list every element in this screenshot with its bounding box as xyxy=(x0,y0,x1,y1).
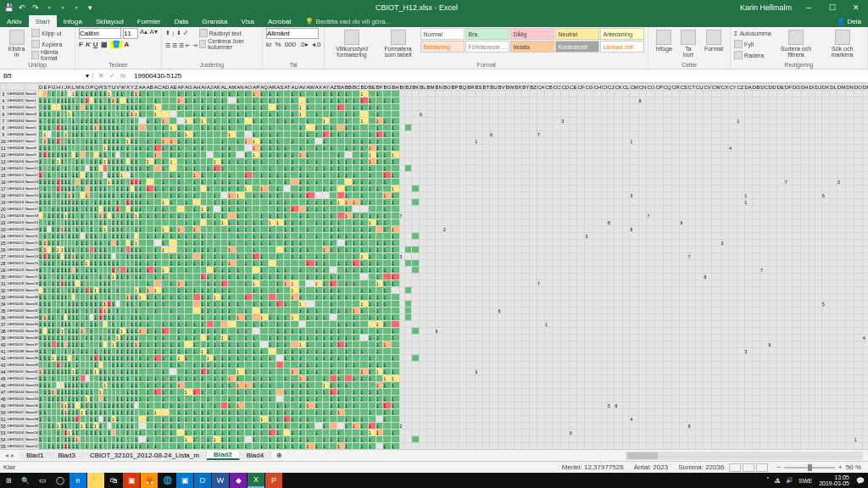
bold-button[interactable]: F xyxy=(79,41,83,48)
border-button[interactable]: ▦ xyxy=(101,41,108,48)
align-middle-icon[interactable]: ↕ xyxy=(172,30,175,36)
horizontal-scrollbar[interactable] xyxy=(626,452,863,460)
cell-style[interactable]: Dålig xyxy=(510,28,554,40)
view-layout-icon[interactable] xyxy=(743,463,754,472)
align-bottom-icon[interactable]: ⬇ xyxy=(176,30,181,36)
find-select-button[interactable]: Sök och markera xyxy=(821,28,864,59)
maximize-icon[interactable]: ☐ xyxy=(821,3,844,12)
comma-button[interactable]: 000 xyxy=(285,41,296,48)
format-painter-button[interactable]: Hämta format xyxy=(31,50,71,60)
name-box[interactable]: B5▾ xyxy=(0,72,93,80)
grow-font-icon[interactable]: A▴ xyxy=(140,28,147,39)
clear-button[interactable]: Radera xyxy=(734,50,771,60)
indent-dec-icon[interactable]: ⇤ xyxy=(186,42,191,49)
align-center-icon[interactable]: ☰ xyxy=(172,42,177,49)
cut-button[interactable]: Klipp ut xyxy=(31,28,71,38)
app3-icon[interactable]: ▣ xyxy=(176,473,193,488)
tab-formler[interactable]: Formler xyxy=(131,15,168,27)
enter-formula-icon[interactable]: ✓ xyxy=(109,72,115,80)
undo-icon[interactable]: ↶ xyxy=(17,3,27,13)
copy-button[interactable]: Kopiera xyxy=(31,39,71,49)
view-normal-icon[interactable] xyxy=(729,463,741,472)
fill-button[interactable]: Fyll xyxy=(734,39,771,49)
view-break-icon[interactable] xyxy=(756,463,768,472)
paste-button[interactable]: Klistra in xyxy=(3,28,30,59)
cell-styles[interactable]: NormalBraDåligNeutralAnteckningBeräkning… xyxy=(420,28,644,53)
inc-decimal-button[interactable]: .0▸ xyxy=(299,41,309,48)
align-left-icon[interactable]: ☰ xyxy=(165,42,170,49)
currency-button[interactable]: kr xyxy=(266,41,272,48)
tab-arkiv[interactable]: Arkiv xyxy=(0,15,29,27)
merge-center-button[interactable]: Centrera över kolumner xyxy=(199,39,259,49)
align-top-icon[interactable]: ⬆ xyxy=(165,30,170,36)
sheet-tab-blad2[interactable]: Blad2 xyxy=(207,451,240,460)
sheet-tab-blad1[interactable]: Blad1 xyxy=(19,452,51,459)
indent-inc-icon[interactable]: ⇥ xyxy=(192,42,198,49)
worksheet-grid[interactable]: DEFGHIJKLMNOPQRSTUVWXYZAAABACADAEAFAGAHA… xyxy=(0,83,868,449)
align-right-icon[interactable]: ☰ xyxy=(179,42,184,49)
store-icon[interactable]: 🛍 xyxy=(105,473,122,488)
sheet-nav-next-icon[interactable]: ▸ xyxy=(11,452,14,459)
format-cells-button[interactable]: Format xyxy=(701,28,726,53)
cell-style[interactable]: Neutral xyxy=(555,28,599,40)
cell-style[interactable]: Indata xyxy=(510,41,554,53)
edge-icon[interactable]: e xyxy=(70,473,86,488)
tab-visa[interactable]: Visa xyxy=(235,15,261,27)
firefox-icon[interactable]: 🦊 xyxy=(141,473,158,488)
app1-icon[interactable]: ▣ xyxy=(123,473,140,488)
powerpoint-icon[interactable]: P xyxy=(265,473,282,488)
cell-style[interactable]: Beräkning xyxy=(420,41,465,53)
save-icon[interactable]: 💾 xyxy=(3,3,14,13)
tray-up-icon[interactable]: ˄ xyxy=(766,477,770,484)
zoom-in-button[interactable]: + xyxy=(838,463,843,471)
wrap-text-button[interactable]: Radbryt text xyxy=(199,28,259,38)
insert-cells-button[interactable]: Infoga xyxy=(652,28,675,53)
italic-button[interactable]: K xyxy=(86,41,91,48)
tray-lang[interactable]: SWE xyxy=(798,478,812,484)
percent-button[interactable]: % xyxy=(275,41,281,48)
font-color-button[interactable]: A xyxy=(125,41,130,48)
taskview-icon[interactable]: ▭ xyxy=(34,473,51,488)
user-name[interactable]: Karin Hellmalm xyxy=(735,3,797,12)
number-format-select[interactable] xyxy=(266,28,319,39)
sheet-tab-blad4[interactable]: Blad4 xyxy=(240,452,271,459)
sort-filter-button[interactable]: Sortera och filtrera xyxy=(773,28,819,59)
taskbar-clock[interactable]: 13:05 2019-03-05 xyxy=(815,474,853,486)
close-icon[interactable]: ✕ xyxy=(844,3,868,12)
conditional-format-button[interactable]: Villkorsstyrd formatering xyxy=(328,28,375,59)
cell-style[interactable]: Bra xyxy=(465,28,509,40)
add-sheet-button[interactable]: ⊕ xyxy=(271,452,287,459)
cell-style[interactable]: Normal xyxy=(420,28,465,40)
delete-cells-button[interactable]: Ta bort xyxy=(677,28,699,59)
app5-icon[interactable]: ◆ xyxy=(230,473,247,488)
sheet-tab-lista[interactable]: CBIOT_32101_2012-08-24_Lista_m xyxy=(83,452,207,459)
dec-decimal-button[interactable]: ◂.0 xyxy=(312,41,321,48)
tab-sidlayout[interactable]: Sidlayout xyxy=(89,15,131,27)
chrome-icon[interactable]: 🌐 xyxy=(159,473,175,488)
qat-more-icon[interactable]: ▾ xyxy=(85,3,95,13)
cell-style[interactable]: Kontrollcell xyxy=(555,41,599,53)
start-button[interactable]: ⊞ xyxy=(0,473,17,488)
font-name-select[interactable] xyxy=(79,28,121,39)
cell-style[interactable]: Länkad cell xyxy=(600,41,644,53)
tab-granska[interactable]: Granska xyxy=(195,15,234,27)
autosum-button[interactable]: ΣAutosumma xyxy=(734,28,771,38)
tab-data[interactable]: Data xyxy=(167,15,195,27)
qat2-icon[interactable]: ▫ xyxy=(58,3,68,13)
tab-start[interactable]: Start xyxy=(29,15,57,27)
excel-icon[interactable]: X xyxy=(248,473,264,488)
tray-volume-icon[interactable]: 🔊 xyxy=(786,477,793,484)
tray-network-icon[interactable]: 🖧 xyxy=(775,478,781,484)
outlook-icon[interactable]: O xyxy=(194,473,211,488)
orientation-icon[interactable]: ⤢ xyxy=(183,30,188,36)
explorer-icon[interactable]: 📁 xyxy=(87,473,104,488)
underline-button[interactable]: U xyxy=(93,41,98,48)
fx-icon[interactable]: fx xyxy=(120,72,125,80)
search-taskbar-icon[interactable]: 🔍 xyxy=(17,477,34,485)
sheet-tab-blad3[interactable]: Blad3 xyxy=(51,452,82,459)
cell-style[interactable]: Anteckning xyxy=(600,28,644,40)
zoom-level[interactable]: 50 % xyxy=(846,463,861,471)
zoom-slider[interactable] xyxy=(784,467,835,469)
minimize-icon[interactable]: ─ xyxy=(797,3,821,12)
cancel-formula-icon[interactable]: ✕ xyxy=(98,72,104,80)
